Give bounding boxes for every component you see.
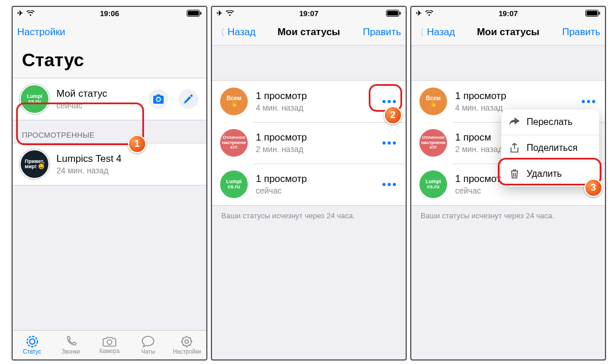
more-button[interactable]: ••• (382, 137, 398, 149)
viewed-header: ПРОСМОТРЕННЫЕ (13, 120, 206, 143)
my-status-row[interactable]: Lumpi cs.ru Мой статус сейчас (13, 78, 206, 120)
contact-thumb: Привет, мир! 😄 (21, 150, 48, 178)
my-status-title: Мой статус (56, 88, 149, 100)
screenshot-my-statuses: ✈︎ 19:07 〈Назад Мои статусы Править Всем… (211, 6, 407, 361)
tab-calls[interactable]: Звонки (51, 331, 90, 359)
tab-camera[interactable]: Камера (90, 331, 128, 359)
status-views: 1 просмотр (256, 173, 382, 185)
context-menu: Переслать Поделиться Удалить (501, 109, 599, 187)
viewed-status-row[interactable]: Привет, мир! 😄 Lumpics Test 4 24 мин. на… (13, 143, 206, 185)
status-views: 1 просмотр (256, 132, 382, 143)
clock: 19:07 (411, 9, 605, 18)
status-time: сейчас (256, 186, 382, 195)
status-thumb: Всем 👋 (419, 88, 447, 115)
clock: 19:07 (212, 9, 406, 18)
svg-point-3 (27, 336, 37, 347)
airplane-icon: ✈︎ (217, 9, 222, 17)
status-thumb: Отличное настроени е!!! (220, 129, 248, 157)
svg-point-7 (185, 340, 188, 343)
battery-icon (585, 10, 600, 17)
status-thumb: Всем 👋 (220, 88, 248, 115)
clock: 19:06 (13, 9, 206, 18)
menu-delete[interactable]: Удалить (501, 161, 599, 187)
status-views: 1 просмотр (256, 90, 382, 102)
svg-rect-12 (586, 11, 597, 16)
status-views: 1 просмотр (455, 90, 581, 102)
menu-share[interactable]: Поделиться (501, 135, 599, 161)
battery-icon (386, 10, 401, 17)
svg-point-5 (107, 340, 112, 344)
page-title: Статус (13, 45, 206, 78)
my-status-thumb: Lumpi cs.ru (21, 85, 48, 113)
airplane-icon: ✈︎ (416, 9, 422, 17)
battery-icon (187, 10, 202, 17)
share-icon (509, 143, 520, 153)
more-button[interactable]: ••• (382, 96, 398, 107)
status-bar: ✈︎ 19:07 (212, 7, 406, 20)
status-time: 2 мин. назад (256, 145, 382, 154)
tab-chats[interactable]: Чаты (129, 331, 168, 359)
wifi-icon (27, 10, 35, 16)
contact-name: Lumpics Test 4 (56, 153, 198, 165)
more-button[interactable]: ••• (382, 179, 398, 190)
footer-note: Ваши статусы исчезнут через 24 часа. (411, 206, 605, 226)
edit-button[interactable]: Править (363, 26, 401, 38)
status-bar: ✈︎ 19:06 (13, 7, 206, 20)
screenshot-status-tab: ✈︎ 19:06 Настройки Статус Lumpi cs.ru Мо… (12, 6, 207, 361)
svg-point-4 (29, 339, 35, 344)
status-time: 4 мин. назад (256, 103, 382, 112)
more-button[interactable]: ••• (581, 96, 597, 107)
edit-button[interactable]: Править (562, 26, 600, 38)
screenshot-context-menu: ✈︎ 19:07 〈Назад Мои статусы Править Всем… (410, 6, 606, 361)
menu-forward[interactable]: Переслать (501, 109, 599, 135)
status-thumb: Lumpi cs.ru (220, 170, 248, 198)
forward-icon (509, 117, 520, 127)
svg-rect-2 (200, 12, 202, 15)
status-row[interactable]: Всем 👋 1 просмотр 4 мин. назад ••• (212, 81, 406, 122)
tab-settings[interactable]: Настройки (168, 331, 206, 359)
nav-settings-link[interactable]: Настройки (17, 26, 65, 38)
status-thumb: Отличное настроени е!!! (419, 129, 447, 157)
status-bar: ✈︎ 19:07 (411, 7, 605, 20)
svg-rect-13 (599, 12, 600, 15)
svg-rect-1 (188, 11, 199, 16)
tab-status[interactable]: Статус (13, 331, 51, 359)
wifi-icon (226, 10, 234, 16)
back-button[interactable]: 〈Назад (416, 26, 455, 39)
trash-icon (509, 169, 520, 179)
svg-rect-9 (387, 11, 398, 16)
footer-note: Ваши статусы исчезнут через 24 часа. (212, 206, 406, 226)
wifi-icon (425, 10, 433, 16)
back-button[interactable]: 〈Назад (217, 26, 256, 39)
airplane-icon: ✈︎ (17, 9, 23, 17)
nav-bar: 〈Назад Мои статусы Править (411, 20, 605, 46)
status-time: сейчас (455, 186, 581, 195)
status-row[interactable]: Lumpi cs.ru 1 просмотр сейчас ••• (212, 164, 406, 205)
nav-bar: Настройки (13, 20, 206, 45)
nav-bar: 〈Назад Мои статусы Править (212, 20, 406, 46)
my-status-subtitle: сейчас (56, 101, 149, 110)
camera-status-button[interactable] (149, 89, 168, 109)
status-row[interactable]: Отличное настроени е!!! 1 просмотр 2 мин… (212, 122, 406, 164)
status-thumb: Lumpi cs.ru (419, 170, 447, 198)
svg-rect-10 (400, 12, 401, 15)
contact-time: 24 мин. назад (56, 166, 198, 175)
tab-bar: Статус Звонки Камера Чаты Настройки (13, 330, 206, 359)
pencil-status-button[interactable] (179, 89, 198, 109)
